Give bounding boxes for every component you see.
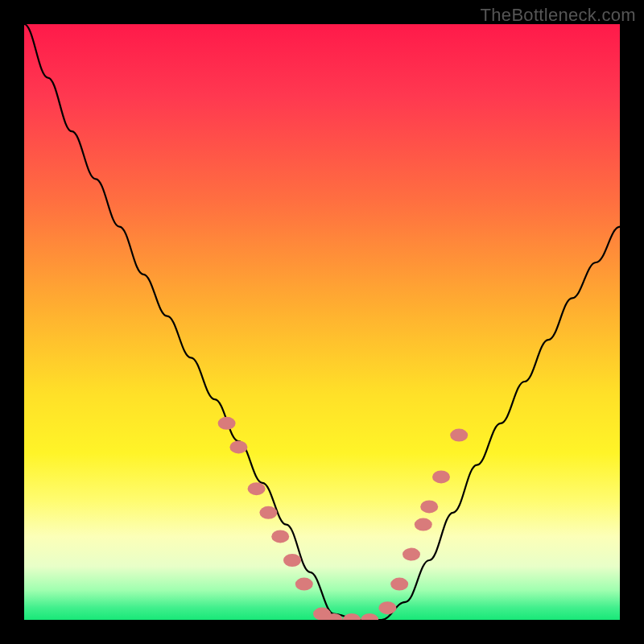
data-marker — [271, 530, 289, 543]
data-marker — [283, 554, 301, 567]
data-marker — [343, 613, 361, 620]
chart-frame: TheBottleneck.com — [0, 0, 644, 644]
curve-layer — [24, 24, 620, 620]
data-marker — [378, 601, 396, 614]
data-marker — [229, 440, 247, 453]
data-marker — [432, 470, 450, 483]
data-marker — [415, 518, 432, 531]
data-marker — [402, 548, 420, 561]
data-marker — [390, 578, 408, 591]
data-marker — [295, 578, 313, 591]
watermark-text: TheBottleneck.com — [481, 5, 636, 26]
data-marker — [248, 482, 266, 495]
data-marker — [218, 417, 236, 430]
marker-group — [218, 417, 469, 620]
bottleneck-curve — [24, 24, 620, 620]
data-marker — [361, 613, 378, 620]
data-marker — [450, 429, 468, 442]
data-marker — [259, 506, 277, 519]
plot-area — [24, 24, 620, 620]
data-marker — [420, 500, 438, 513]
